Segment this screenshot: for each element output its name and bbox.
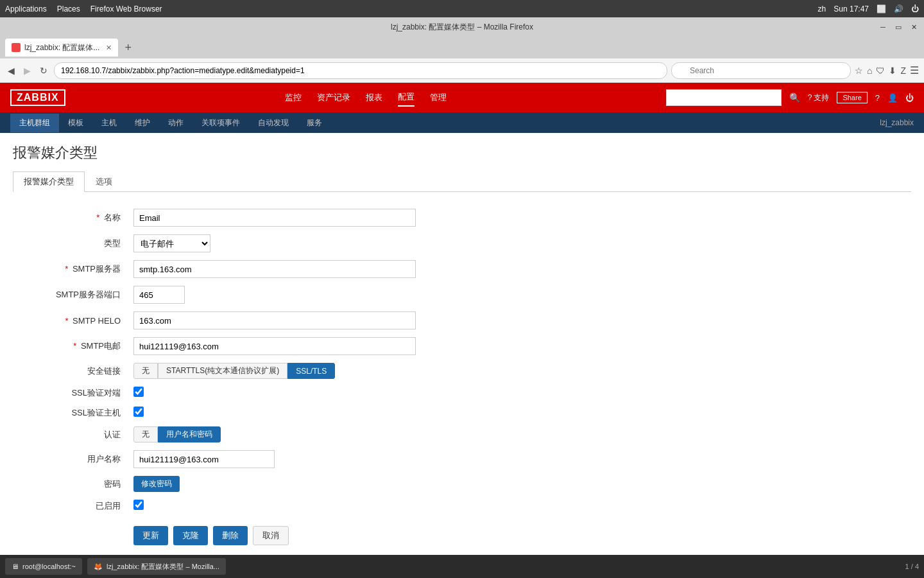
ssl-peer-label: SSL验证对端 [13,383,128,403]
clone-button[interactable]: 克隆 [173,526,208,545]
current-user-label: lzj_zabbix [880,118,914,127]
search-submit-icon[interactable]: 🔍 [789,92,800,103]
subnav-actions[interactable]: 动作 [159,114,193,132]
ssl-host-checkbox[interactable] [133,407,144,417]
tab-options[interactable]: 选项 [85,171,123,192]
nav-assets[interactable]: 资产记录 [317,89,350,106]
auth-userpass-button[interactable]: 用户名和密码 [158,426,221,442]
tab-favicon [12,43,21,52]
reload-button[interactable]: ↻ [37,64,50,77]
applications-menu[interactable]: Applications [5,4,47,13]
zabbix-icon[interactable]: Z [900,66,906,76]
tab-label: lzj_zabbix: 配置媒体... [24,42,99,53]
subnav-maintenance[interactable]: 维护 [126,114,159,132]
support-button[interactable]: ? 支持 [808,92,830,103]
delete-button[interactable]: 删除 [213,526,248,545]
minimize-button[interactable]: ─ [878,22,888,32]
name-label: * 名称 [13,205,128,231]
type-select[interactable]: 电子邮件 [133,234,210,252]
terminal-icon: 🖥 [12,563,19,570]
cancel-button[interactable]: 取消 [253,526,289,545]
clock: Sun 17:47 [834,4,869,13]
tab-mediatype[interactable]: 报警媒介类型 [13,171,85,192]
smtp-server-input[interactable] [133,260,416,278]
nav-admin[interactable]: 管理 [430,89,447,106]
user-icon[interactable]: 👤 [887,93,898,103]
auth-label: 认证 [13,423,128,446]
help-icon[interactable]: ? [875,93,880,103]
language-indicator: zh [818,4,826,13]
subnav-discovery[interactable]: 自动发现 [249,114,298,132]
security-starttls-button[interactable]: STARTTLS(纯文本通信协议扩展) [158,363,287,379]
media-type-form: * 名称 类型 电子邮件 [13,205,911,549]
subnav-services[interactable]: 服务 [298,114,331,132]
subnav-hosts[interactable]: 主机 [92,114,126,132]
sub-navigation: 主机群组 模板 主机 维护 动作 关联项事件 自动发现 服务 [10,114,331,132]
subnav-templates[interactable]: 模板 [59,114,92,132]
form-tab-bar: 报警媒介类型 选项 [13,171,911,192]
ssl-host-label: SSL验证主机 [13,403,128,423]
smtp-email-input[interactable] [133,337,416,355]
share-button[interactable]: Share [837,92,867,103]
ssl-peer-checkbox[interactable] [133,387,144,397]
logout-icon[interactable]: ⏻ [905,93,914,103]
browser-launcher[interactable]: Firefox Web Browser [90,4,162,13]
enabled-label: 已启用 [13,496,128,516]
nav-config[interactable]: 配置 [398,89,415,107]
security-ssltls-button[interactable]: SSL/TLS [287,363,335,379]
browser-tab[interactable]: lzj_zabbix: 配置媒体... ✕ [5,39,118,57]
page-title: 报警媒介类型 [13,143,911,162]
taskbar-terminal[interactable]: 🖥 root@localhost:~ [5,558,82,575]
global-search-input[interactable] [666,89,782,106]
type-label: 类型 [13,231,128,256]
places-menu[interactable]: Places [57,4,80,13]
taskbar-page-counter: 1 / 4 [905,563,919,570]
new-tab-button[interactable]: + [121,41,135,55]
nav-reports[interactable]: 报表 [366,89,382,106]
zabbix-logo: ZABBIX [10,89,65,106]
security-options-group: 无 STARTTLS(纯文本通信协议扩展) SSL/TLS [133,363,906,379]
support-icon: ? [808,93,812,102]
smtp-server-label: * SMTP服务器 [13,256,128,282]
shield-icon[interactable]: 🛡 [876,66,885,76]
taskbar-browser[interactable]: 🦊 lzj_zabbix: 配置媒体类型 – Mozilla... [87,558,226,575]
username-input[interactable] [133,450,275,468]
security-label: 安全链接 [13,359,128,383]
power-icon[interactable]: ⏻ [911,4,919,13]
browser-search-input[interactable] [671,62,851,79]
password-label: 密码 [13,472,128,496]
close-button[interactable]: ✕ [909,22,919,32]
form-action-buttons: 更新 克隆 删除 取消 [133,526,906,545]
bookmark-star-icon[interactable]: ☆ [855,66,863,76]
back-button[interactable]: ◀ [5,64,17,77]
smtp-port-label: SMTP服务器端口 [13,282,128,308]
terminal-label: root@localhost:~ [22,563,76,570]
smtp-helo-label: * SMTP HELO [13,308,128,333]
browser-title: lzj_zabbix: 配置媒体类型 – Mozilla Firefox [391,22,533,33]
auth-options-group: 无 用户名和密码 [133,426,906,442]
url-bar[interactable] [54,62,667,79]
volume-icon[interactable]: 🔊 [894,4,903,13]
smtp-helo-input[interactable] [133,311,416,329]
name-input[interactable] [133,209,416,227]
download-icon[interactable]: ⬇ [889,66,896,76]
forward-button[interactable]: ▶ [21,64,33,77]
home-icon[interactable]: ⌂ [867,66,872,76]
smtp-port-input[interactable] [133,286,185,304]
tab-close-button[interactable]: ✕ [106,44,112,52]
display-icon[interactable]: ⬜ [877,4,886,13]
maximize-button[interactable]: ▭ [893,22,903,32]
enabled-checkbox[interactable] [133,500,144,510]
taskbar-firefox-icon: 🦊 [94,563,103,571]
subnav-correlations[interactable]: 关联项事件 [193,114,249,132]
smtp-email-label: * SMTP电邮 [13,333,128,359]
auth-none-button[interactable]: 无 [133,426,158,442]
subnav-hostgroups[interactable]: 主机群组 [10,114,59,132]
update-button[interactable]: 更新 [133,526,168,545]
security-none-button[interactable]: 无 [133,363,158,379]
change-password-button[interactable]: 修改密码 [133,476,180,492]
taskbar-browser-label: lzj_zabbix: 配置媒体类型 – Mozilla... [107,562,219,572]
browser-menu-icon[interactable]: ☰ [910,64,919,76]
main-nav: 监控 资产记录 报表 配置 管理 [285,89,447,107]
nav-monitor[interactable]: 监控 [285,89,302,106]
